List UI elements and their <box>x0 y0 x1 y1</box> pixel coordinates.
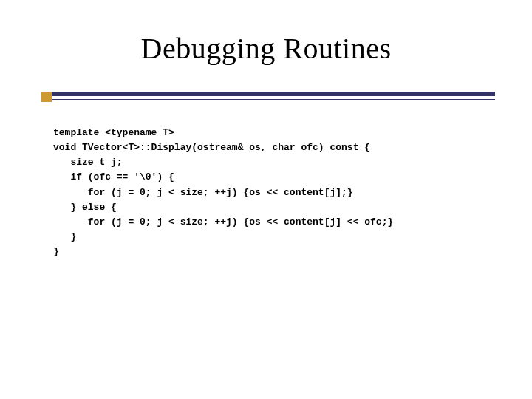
code-line: template <typename T> <box>53 127 174 138</box>
accent-square <box>41 92 52 102</box>
code-line: void TVector<T>::Display(ostream& os, ch… <box>53 142 370 153</box>
divider-thick <box>52 92 495 96</box>
code-line: } else { <box>53 202 117 213</box>
code-line: } <box>53 246 59 257</box>
code-block: template <typename T> void TVector<T>::D… <box>53 126 393 259</box>
slide-title: Debugging Routines <box>141 32 392 65</box>
code-line: if (ofc == '\0') { <box>53 171 174 183</box>
divider-thin <box>52 99 495 100</box>
code-line: } <box>53 231 76 242</box>
code-line: for (j = 0; j < size; ++j) {os << conten… <box>53 216 393 228</box>
divider <box>52 92 495 106</box>
code-line: for (j = 0; j < size; ++j) {os << conten… <box>53 187 353 198</box>
code-line: size_t j; <box>53 157 123 168</box>
title-container: Debugging Routines <box>0 31 532 66</box>
